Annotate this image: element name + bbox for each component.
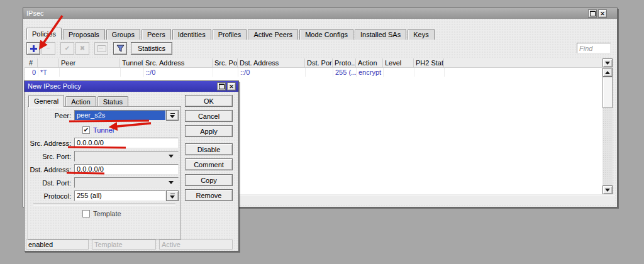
col-flags[interactable] xyxy=(38,58,59,67)
remove-button[interactable]: − xyxy=(42,42,55,55)
dropdown-icon xyxy=(169,181,174,184)
cross-icon: ✖ xyxy=(80,45,85,52)
status-active: Active xyxy=(159,239,233,250)
copy-button[interactable]: Copy xyxy=(185,174,233,186)
src-port-label: Src. Port: xyxy=(27,153,74,160)
maximize-icon xyxy=(590,11,596,16)
tab-active-peers[interactable]: Active Peers xyxy=(248,29,298,40)
tunnel-label[interactable]: Tunnel xyxy=(93,126,114,134)
tab-proposals[interactable]: Proposals xyxy=(63,29,105,40)
main-tabstrip: Policies Proposals Groups Peers Identiti… xyxy=(26,28,436,40)
col-tunnel[interactable]: Tunnel xyxy=(120,58,143,67)
tab-installed-sas[interactable]: Installed SAs xyxy=(355,29,406,40)
toolbar: − ✔ ✖ Statistics xyxy=(26,42,172,55)
peer-dropdown-button[interactable] xyxy=(166,110,179,121)
chevron-down-icon xyxy=(605,62,610,65)
minus-icon: − xyxy=(47,45,50,52)
dropdown-icon xyxy=(170,194,175,199)
disable-button[interactable]: Disable xyxy=(185,143,233,155)
scroll-up-icon xyxy=(605,71,610,74)
separator xyxy=(33,203,175,206)
close-icon: ✕ xyxy=(229,84,234,90)
tab-identities[interactable]: Identities xyxy=(172,29,211,40)
protocol-combo[interactable]: 255 (all) xyxy=(74,190,166,201)
tab-policies[interactable]: Policies xyxy=(26,28,62,40)
col-ph2-state[interactable]: PH2 State xyxy=(414,58,444,67)
add-button[interactable] xyxy=(26,42,40,55)
col-src-address[interactable]: Src. Address xyxy=(143,58,213,67)
comment-icon xyxy=(97,45,106,52)
dialog-status-bar: enabled Template Active xyxy=(26,239,233,250)
window-titlebar[interactable]: IPsec xyxy=(23,8,617,19)
col-src-port[interactable]: Src. Port xyxy=(213,58,238,67)
add-icon xyxy=(30,45,37,52)
scroll-up-button[interactable] xyxy=(602,68,613,77)
checkmark-icon: ✔ xyxy=(84,127,89,133)
filter-button[interactable] xyxy=(113,42,127,55)
check-icon: ✔ xyxy=(65,45,70,52)
window-title: IPsec xyxy=(26,9,44,17)
dropdown-icon xyxy=(170,113,175,118)
comment-button[interactable]: Comment xyxy=(185,158,233,170)
tab-profiles[interactable]: Profiles xyxy=(213,29,247,40)
apply-button[interactable]: Apply xyxy=(185,125,233,137)
tab-general[interactable]: General xyxy=(28,95,64,107)
tab-peers[interactable]: Peers xyxy=(142,29,171,40)
policy-row[interactable]: 0 *T ::/0 ::/0 255 (... encrypt xyxy=(25,68,602,77)
list-header: # Peer Tunnel Src. Address Src. Port Dst… xyxy=(25,58,613,68)
scroll-down-icon xyxy=(605,189,610,192)
tab-groups[interactable]: Groups xyxy=(106,29,140,40)
tunnel-checkbox[interactable]: ✔ xyxy=(82,126,90,134)
protocol-dropdown-button[interactable] xyxy=(166,190,179,201)
scrollbar-thumb[interactable] xyxy=(602,77,613,108)
comment-button[interactable] xyxy=(94,42,108,55)
disable-button[interactable]: ✖ xyxy=(75,42,89,55)
dialog-close-button[interactable]: ✕ xyxy=(227,82,236,91)
maximize-icon xyxy=(219,84,225,89)
statistics-button[interactable]: Statistics xyxy=(131,42,172,55)
status-enabled: enabled xyxy=(26,239,89,250)
new-ipsec-policy-dialog: New IPsec Policy ✕ General Action Status… xyxy=(24,80,239,251)
col-level[interactable]: Level xyxy=(383,58,414,67)
col-protocol[interactable]: Proto... xyxy=(333,58,356,67)
template-checkbox[interactable] xyxy=(82,210,90,217)
filter-funnel-icon xyxy=(116,45,125,53)
dialog-titlebar[interactable]: New IPsec Policy xyxy=(25,81,238,92)
src-port-input[interactable] xyxy=(74,151,179,162)
ok-button[interactable]: OK xyxy=(185,95,233,107)
dialog-maximize-button[interactable] xyxy=(217,82,226,91)
tab-action[interactable]: Action xyxy=(65,96,96,107)
tab-mode-configs[interactable]: Mode Configs xyxy=(299,29,353,40)
dst-port-input[interactable] xyxy=(74,177,179,188)
col-dst-address[interactable]: Dst. Address xyxy=(238,58,305,67)
dialog-tabstrip: General Action Status xyxy=(28,95,130,107)
close-button[interactable]: ✕ xyxy=(598,9,607,18)
maximize-button[interactable] xyxy=(588,9,597,18)
scroll-down-button[interactable] xyxy=(602,185,613,194)
tab-keys[interactable]: Keys xyxy=(408,29,434,40)
vertical-scrollbar[interactable] xyxy=(602,68,613,194)
col-number[interactable]: # xyxy=(25,58,38,67)
tab-status[interactable]: Status xyxy=(97,96,128,107)
protocol-label: Protocol: xyxy=(27,192,74,200)
cancel-button[interactable]: Cancel xyxy=(185,110,233,122)
dialog-title: New IPsec Policy xyxy=(28,82,81,90)
close-icon: ✕ xyxy=(600,11,605,17)
column-selector-button[interactable] xyxy=(602,58,613,67)
desktop: IPsec ✕ Policies Proposals Groups Peers … xyxy=(0,0,644,264)
col-dst-port[interactable]: Dst. Port xyxy=(305,58,333,67)
dst-address-input[interactable]: 0.0.0.0/0 xyxy=(74,164,179,175)
src-address-input[interactable]: 0.0.0.0/0 xyxy=(74,138,179,148)
peer-label: Peer: xyxy=(27,112,74,119)
remove-button[interactable]: Remove xyxy=(185,189,233,201)
peer-combo[interactable]: peer_s2s xyxy=(74,110,166,121)
status-template: Template xyxy=(92,239,156,250)
col-action[interactable]: Action xyxy=(356,58,383,67)
dst-address-label: Dst. Address: xyxy=(27,166,74,173)
src-address-label: Src. Address: xyxy=(27,140,74,147)
template-label[interactable]: Template xyxy=(93,210,121,217)
col-peer[interactable]: Peer xyxy=(59,58,120,67)
dst-port-label: Dst. Port: xyxy=(27,179,74,187)
enable-button[interactable]: ✔ xyxy=(60,42,74,55)
find-input[interactable] xyxy=(577,43,611,53)
